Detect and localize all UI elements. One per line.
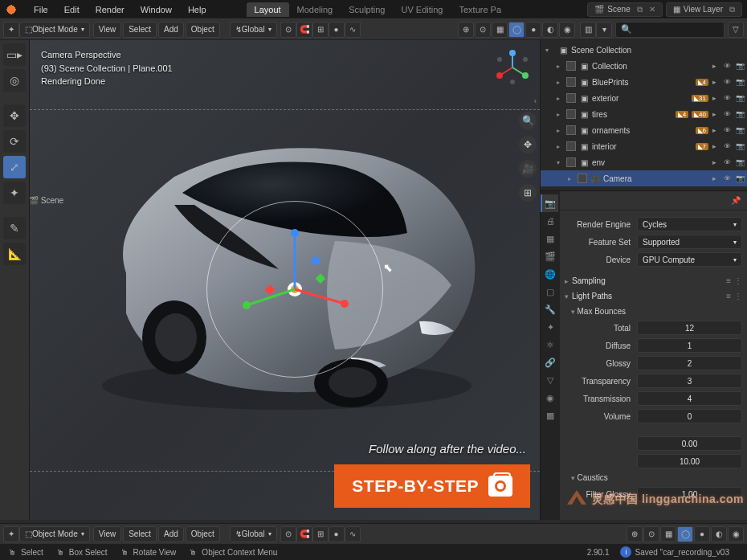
tool-rotate[interactable]: ⟳ xyxy=(3,130,26,153)
eye-icon[interactable]: 👁 xyxy=(721,173,733,184)
banner-button[interactable]: STEP-BY-STEP xyxy=(334,464,530,508)
tool-cursor[interactable]: ◎ xyxy=(3,69,26,92)
render-icon[interactable]: 📷 xyxy=(734,141,745,152)
exclude-icon[interactable]: ▸ xyxy=(708,92,720,104)
overlay-b[interactable]: ⊙ xyxy=(643,526,659,542)
mode-dropdown[interactable]: ⬚ Object Mode xyxy=(19,22,90,38)
header-add-b[interactable]: Add xyxy=(158,526,184,542)
outliner-new-icon[interactable]: ▾ xyxy=(596,22,612,38)
menu-render[interactable]: Render xyxy=(88,2,133,17)
clamp-indirect-field[interactable]: 10.00 xyxy=(637,454,742,468)
tree-row[interactable]: ▸ 🎥 Camera ▸ 👁 📷 xyxy=(541,170,747,186)
dots-icon[interactable]: ⋮ xyxy=(734,292,742,300)
xray-icon[interactable]: ▦ xyxy=(492,22,508,38)
eye-icon[interactable]: 👁 xyxy=(721,125,733,136)
exclude-icon[interactable]: ▸ xyxy=(708,173,720,184)
list-icon[interactable]: ≡ xyxy=(726,276,731,285)
eye-icon[interactable]: 👁 xyxy=(721,108,733,120)
bounce-field[interactable]: 1 xyxy=(637,338,742,353)
shading-wire-b[interactable]: ◯ xyxy=(677,526,693,542)
editor-type-icon-b[interactable]: ✦ xyxy=(3,526,19,542)
exclude-icon[interactable]: ▸ xyxy=(708,141,720,152)
maxbounces-header[interactable]: Max Bounces xyxy=(560,304,747,319)
ptab-data[interactable]: ▽ xyxy=(541,371,558,389)
snapto-icon-b[interactable]: ⊞ xyxy=(312,526,329,542)
featureset-dropdown[interactable]: Supported xyxy=(637,235,742,249)
header-select-b[interactable]: Select xyxy=(123,526,157,542)
sidebar-collapse-icon[interactable]: ‹ xyxy=(519,96,537,105)
header-view[interactable]: View xyxy=(93,22,122,38)
exclude-icon[interactable]: ▸ xyxy=(708,108,720,120)
orientation-dropdown[interactable]: ↯ Global xyxy=(230,22,277,38)
ptab-constraint[interactable]: 🔗 xyxy=(541,354,558,371)
ptab-scene[interactable]: 🎬 xyxy=(541,247,558,265)
pin-icon[interactable]: 📌 xyxy=(731,196,741,205)
tree-row[interactable]: ▸ ▣ ornaments ◣6 ▸ 👁 📷 xyxy=(541,122,747,138)
viewlayer-new-icon[interactable]: ⧉ xyxy=(729,5,735,14)
ptab-particles[interactable]: ✦ xyxy=(541,318,558,336)
vp-camera-icon[interactable]: 🎥 xyxy=(519,160,537,178)
expand-icon[interactable]: ▸ xyxy=(557,127,566,134)
render-icon[interactable]: 📷 xyxy=(734,76,745,88)
eye-icon[interactable]: 👁 xyxy=(721,76,733,88)
gizmo-toggle-icon[interactable]: ⊕ xyxy=(458,22,474,38)
viewlayer-selector[interactable]: ▦ View Layer ⧉ xyxy=(666,2,742,17)
device-dropdown[interactable]: GPU Compute xyxy=(637,252,742,267)
expand-icon[interactable]: ▾ xyxy=(557,159,566,166)
shading-solid-b[interactable]: ● xyxy=(694,526,710,542)
ws-tab-modeling[interactable]: Modeling xyxy=(289,2,341,17)
tree-row[interactable]: ▾ ▣ env ▸ 👁 📷 xyxy=(541,154,747,170)
render-icon[interactable]: 📷 xyxy=(734,108,745,120)
expand-icon[interactable]: ▸ xyxy=(557,95,566,102)
header-view-b[interactable]: View xyxy=(93,526,122,542)
tree-row[interactable]: ▸ ▣ Collection ▸ 👁 📷 xyxy=(541,58,747,74)
checkbox[interactable] xyxy=(566,61,576,71)
shading-rend-b[interactable]: ◉ xyxy=(728,526,744,542)
tool-annotate[interactable]: ✎ xyxy=(3,217,26,239)
exclude-icon[interactable]: ▸ xyxy=(708,60,720,72)
outliner-filter-icon[interactable]: ▥ xyxy=(580,22,596,38)
eye-icon[interactable]: 👁 xyxy=(721,141,733,152)
tool-measure[interactable]: 📐 xyxy=(3,243,26,265)
checkbox[interactable] xyxy=(566,93,576,103)
tool-move[interactable]: ✥ xyxy=(3,104,26,127)
checkbox[interactable] xyxy=(566,125,576,135)
vp-zoom-icon[interactable]: 🔍 xyxy=(519,112,537,129)
ptab-object[interactable]: ▢ xyxy=(541,283,558,300)
ws-tab-sculpting[interactable]: Sculpting xyxy=(341,2,393,17)
engine-dropdown[interactable]: Cycles xyxy=(637,217,742,231)
checkbox[interactable] xyxy=(566,109,576,119)
menu-file[interactable]: File xyxy=(26,2,56,17)
ptab-viewlayer[interactable]: ▦ xyxy=(541,230,558,247)
ptab-material[interactable]: ◉ xyxy=(541,389,558,407)
transform-gizmo[interactable] xyxy=(206,201,383,378)
ptab-modifier[interactable]: 🔧 xyxy=(541,300,558,318)
header-object-b[interactable]: Object xyxy=(186,526,220,542)
tree-row[interactable]: ▸ ▣ tires ◣4◣40 ▸ 👁 📷 xyxy=(541,106,747,122)
ptab-render[interactable]: 📷 xyxy=(541,194,558,212)
eye-icon[interactable]: 👁 xyxy=(721,92,733,104)
bounce-field[interactable]: 0 xyxy=(637,409,742,423)
exclude-icon[interactable]: ▸ xyxy=(708,125,720,136)
xray-b[interactable]: ▦ xyxy=(660,526,676,542)
checkbox[interactable] xyxy=(566,157,576,167)
ptab-texture[interactable]: ▩ xyxy=(541,407,558,424)
scene-selector[interactable]: 🎬 Scene ⧉ ✕ xyxy=(587,2,662,17)
render-icon[interactable]: 📷 xyxy=(734,60,745,72)
expand-icon[interactable]: ▾ xyxy=(545,47,555,54)
menu-help[interactable]: Help xyxy=(180,2,214,17)
shading-wireframe-icon[interactable]: ◯ xyxy=(508,22,525,38)
bounce-field[interactable]: 2 xyxy=(637,356,742,370)
propmode-icon[interactable]: ∿ xyxy=(345,22,361,38)
ptab-output[interactable]: 🖨 xyxy=(541,212,558,230)
checkbox[interactable] xyxy=(566,141,576,151)
pivot-icon-b[interactable]: ⊙ xyxy=(280,526,296,542)
sampling-header[interactable]: Sampling≡⋮ xyxy=(560,273,747,288)
ws-tab-texturepaint[interactable]: Texture Pa xyxy=(451,2,509,17)
editor-type-icon[interactable]: ✦ xyxy=(3,22,19,38)
render-icon[interactable]: 📷 xyxy=(734,157,745,168)
nav-gizmo[interactable] xyxy=(493,48,532,87)
snapto-icon[interactable]: ⊞ xyxy=(312,22,329,38)
outliner-search[interactable]: 🔍 xyxy=(615,22,725,38)
tree-row[interactable]: ▸ ▣ exterior ◣31 ▸ 👁 📷 xyxy=(541,90,747,106)
